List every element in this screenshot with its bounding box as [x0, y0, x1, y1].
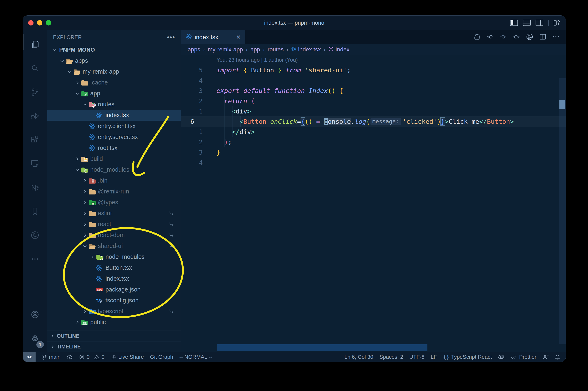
tree-item-index-tsx[interactable]: index.tsx [47, 110, 181, 121]
tree-item-entry-client-tsx[interactable]: entry.client.tsx [47, 121, 181, 132]
tree-item--types[interactable]: TS@types [47, 197, 181, 208]
remote-indicator[interactable]: >< [23, 352, 36, 362]
code-line[interactable]: 2 return ( [181, 96, 566, 106]
chevron-down-icon[interactable] [51, 47, 58, 52]
tree-item-typescript[interactable]: TStypescript [47, 306, 181, 317]
code-line[interactable]: 4 [181, 157, 566, 168]
chevron-right-icon[interactable] [74, 320, 81, 325]
chevron-down-icon[interactable] [59, 58, 66, 63]
tab-close-icon[interactable]: ✕ [236, 34, 241, 40]
breadcrumb-item-app[interactable]: app [250, 46, 260, 53]
tree-item-react-dom[interactable]: react-dom [47, 230, 181, 241]
split-editor-icon[interactable] [539, 33, 546, 41]
code-line[interactable]: 1 </div> [181, 127, 566, 137]
git-branch-circle-icon[interactable] [526, 33, 533, 41]
code-line[interactable]: 6 <Button onClick={() ⇒ console.log(mess… [181, 116, 566, 127]
tree-item-node-modules[interactable]: JSnode_modules [47, 251, 181, 262]
breadcrumb-item-routes[interactable]: routes [268, 46, 284, 53]
chevron-down-icon[interactable] [81, 244, 89, 249]
tree-item-button-tsx[interactable]: Button.tsx [47, 262, 181, 273]
breadcrumb-item-index-tsx[interactable]: index.tsx [291, 46, 321, 53]
code-line[interactable]: 5import { Button } from 'shared-ui'; [181, 65, 566, 75]
chevron-down-icon[interactable] [81, 102, 89, 107]
breadcrumb-item-index[interactable]: Index [328, 46, 350, 53]
problems-status[interactable]: 00 [79, 352, 104, 362]
code-line[interactable]: 3export default function Index() { [181, 86, 566, 96]
breadcrumb-item-my-remix-app[interactable]: my-remix-app [208, 46, 243, 53]
tree-item-node-modules[interactable]: JSnode_modules [47, 164, 181, 175]
nav-dot-icon[interactable] [500, 33, 507, 41]
chevron-right-icon[interactable] [81, 178, 89, 183]
tree-item-shared-ui[interactable]: shared-ui [47, 241, 181, 251]
chevron-right-icon[interactable] [81, 233, 89, 238]
code-line[interactable]: 1 <div> [181, 106, 566, 116]
activity-search-icon[interactable] [23, 56, 47, 80]
notifications-bell[interactable] [555, 352, 560, 362]
tree-item-package-json[interactable]: npmpackage.json [47, 284, 181, 295]
more-actions-icon[interactable] [552, 33, 559, 41]
chevron-down-icon[interactable] [74, 91, 81, 96]
chevron-right-icon[interactable] [81, 189, 89, 194]
tree-item--bin[interactable]: 0110.bin [47, 175, 181, 186]
tree-item-build[interactable]: build [47, 153, 181, 164]
gitlens-blame-text[interactable]: You, 23 hours ago | 1 author (You) [216, 55, 298, 65]
tree-item-tsconfig-json[interactable]: TStsconfig.json [47, 295, 181, 306]
tree-item-react[interactable]: react [47, 219, 181, 230]
copilot-status[interactable] [498, 352, 504, 362]
activity-git-graph-icon[interactable] [23, 223, 47, 247]
activity-account-icon[interactable] [23, 303, 47, 326]
cursor-position[interactable]: Ln 6, Col 30 [344, 352, 373, 362]
outline-section[interactable]: OUTLINE [47, 331, 181, 341]
customize-layout-icon[interactable] [554, 20, 561, 26]
code-line[interactable]: 2 ); [181, 137, 566, 147]
tree-item-root-tsx[interactable]: root.tsx [47, 142, 181, 153]
tree-item-app[interactable]: app [47, 88, 181, 99]
activity-run-debug-icon[interactable] [23, 104, 47, 128]
encoding-status[interactable]: UTF-8 [409, 352, 425, 362]
activity-settings-icon[interactable]: 1 [23, 326, 47, 350]
chevron-right-icon[interactable] [81, 200, 89, 205]
editor-horizontal-scrollbar[interactable] [217, 344, 427, 351]
tree-item-my-remix-app[interactable]: my-remix-app [47, 66, 181, 77]
tree-item-pnpm-mono[interactable]: PNPM-MONO [47, 44, 181, 55]
activity-more-icon[interactable] [23, 247, 47, 271]
language-mode[interactable]: {}TypeScript React [443, 352, 492, 362]
activity-source-control-icon[interactable] [23, 80, 47, 104]
tree-item-index-tsx[interactable]: index.tsx [47, 273, 181, 284]
nav-back-icon[interactable] [487, 33, 494, 41]
live-share-status[interactable]: Live Share [111, 352, 144, 362]
prettier-status[interactable]: Prettier [511, 352, 536, 362]
branch-status[interactable]: main [42, 352, 60, 362]
tree-item-eslint[interactable]: eslint [47, 208, 181, 219]
toggle-secondary-sidebar-icon[interactable] [536, 20, 543, 26]
chevron-right-icon[interactable] [81, 211, 89, 216]
activity-extensions-icon[interactable] [23, 128, 47, 152]
code-line[interactable]: 3} [181, 147, 566, 157]
breadcrumb-item-apps[interactable]: apps [188, 46, 200, 53]
chevron-right-icon[interactable] [74, 156, 81, 161]
chevron-right-icon[interactable] [81, 222, 89, 227]
activity-explorer-icon[interactable] [23, 32, 47, 56]
chevron-right-icon[interactable] [74, 80, 81, 85]
chevron-down-icon[interactable] [66, 69, 73, 74]
tree-item-routes[interactable]: routes [47, 99, 181, 110]
tree-item-entry-server-tsx[interactable]: entry.server.tsx [47, 132, 181, 142]
code-line[interactable]: 4 [181, 75, 566, 86]
chevron-down-icon[interactable] [74, 167, 81, 172]
chevron-right-icon[interactable] [81, 309, 89, 314]
explorer-more-actions-icon[interactable]: ••• [167, 34, 175, 41]
toggle-sidebar-icon[interactable] [510, 20, 518, 26]
tree-item-apps[interactable]: apps [47, 55, 181, 66]
chevron-right-icon[interactable] [89, 255, 96, 259]
timeline-section[interactable]: TIMELINE [47, 341, 181, 352]
git-graph-status[interactable]: Git Graph [150, 352, 173, 362]
tree-item-public[interactable]: public [47, 317, 181, 328]
publish-status[interactable] [67, 352, 73, 362]
vim-mode-status[interactable]: -- NORMAL -- [179, 352, 212, 362]
toggle-panel-icon[interactable] [523, 20, 531, 26]
nav-forward-icon[interactable] [513, 33, 520, 41]
history-icon[interactable] [474, 33, 481, 41]
eol-status[interactable]: LF [431, 352, 437, 362]
activity-nx-console-icon[interactable] [23, 176, 47, 199]
tab-index-tsx[interactable]: index.tsx ✕ [181, 30, 245, 44]
